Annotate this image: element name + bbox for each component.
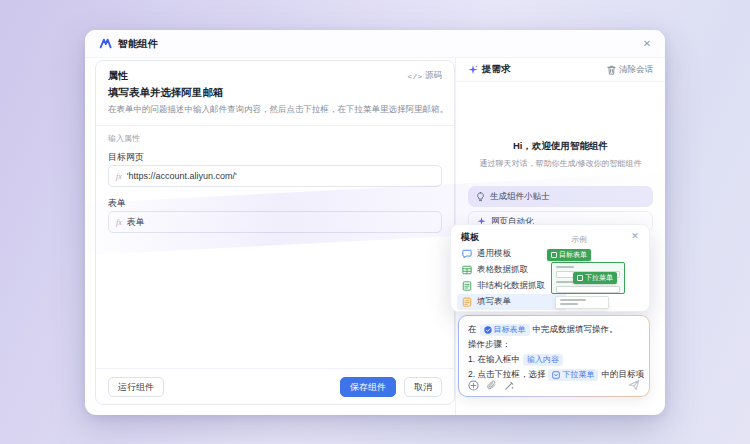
check-circle-icon	[484, 326, 492, 334]
badge-square-icon	[577, 275, 583, 281]
formula-icon: fx	[116, 172, 122, 181]
send-icon[interactable]	[628, 379, 640, 391]
sparkle-icon	[468, 65, 478, 75]
properties-heading: 属性	[108, 69, 128, 83]
tag-label: 目标表单	[494, 324, 526, 336]
table-icon	[462, 265, 472, 275]
target-form-tag[interactable]: 目标表单	[480, 324, 530, 336]
trash-icon	[607, 65, 616, 75]
chat-composer[interactable]: 在 目标表单 中完成数据填写操作。 操作步骤： 1. 在输入框中 输入内	[458, 315, 650, 397]
template-item-label: 表格数据抓取	[477, 264, 528, 276]
chat-composer-inner: 在 目标表单 中完成数据填写操作。 操作步骤： 1. 在输入框中 输入内	[459, 316, 649, 396]
form-icon	[462, 297, 472, 307]
properties-header: 属性 </> 源码	[108, 69, 442, 83]
dropdown-tag-icon	[552, 371, 560, 379]
code-icon: </>	[408, 72, 422, 81]
clear-conversation-button[interactable]: 清除会话	[607, 64, 653, 76]
text: 中完成数据填写操作。	[533, 322, 618, 337]
popup-close-icon[interactable]: ✕	[628, 229, 642, 243]
example-dropdown-preview	[555, 296, 609, 309]
add-circle-icon[interactable]	[468, 380, 479, 391]
attachment-icon[interactable]	[486, 380, 497, 391]
preview-line	[560, 303, 578, 305]
template-item-label: 通用模板	[477, 248, 511, 260]
desktop-background: 智能组件 ✕ 属性 </> 源码 填写表单并选择阿里邮箱 在表单中的问题描述中输…	[0, 0, 750, 444]
template-item-label: 非结构化数据抓取	[477, 280, 545, 292]
composer-line-2: 操作步骤：	[468, 337, 640, 352]
dialog-close-icon[interactable]: ✕	[639, 36, 655, 52]
formula-icon: fx	[116, 218, 122, 227]
chat-panel-header: 提需求 清除会话	[456, 58, 665, 82]
lightbulb-icon	[476, 192, 485, 202]
footer-divider	[96, 368, 454, 369]
target-form-badge: 目标表单	[547, 249, 591, 261]
text: 在	[468, 322, 477, 337]
greeting-text: Hi，欢迎使用智能组件	[456, 140, 665, 153]
target-url-label: 目标网页	[108, 151, 144, 164]
chat-panel-title: 提需求	[482, 63, 511, 76]
example-label: 示例	[571, 234, 587, 245]
template-popup: 模板 ✕ 通用模板 表格数据抓取 非结构化数据抓取	[450, 224, 650, 312]
template-item-fill-form[interactable]: 填写表单	[457, 294, 567, 310]
form-field-label: 表单	[108, 197, 126, 210]
badge-square-icon	[551, 252, 557, 258]
app-logo-icon	[99, 37, 112, 50]
chip-label: 生成组件小贴士	[490, 191, 550, 203]
target-url-input[interactable]	[127, 171, 434, 181]
badge-label: 目标表单	[559, 250, 587, 260]
chat-bubble-icon	[462, 249, 472, 259]
composer-toolbar	[468, 379, 640, 391]
greeting-subtitle: 通过聊天对话，帮助你生成/修改你的智能组件	[456, 158, 665, 169]
template-item-label: 填写表单	[477, 296, 511, 308]
composer-line-1: 在 目标表单 中完成数据填写操作。	[468, 322, 640, 337]
preview-input	[556, 286, 620, 293]
target-url-field[interactable]: fx	[108, 165, 442, 187]
dialog-titlebar: 智能组件 ✕	[85, 30, 665, 58]
text: 1. 在输入框中	[468, 352, 520, 367]
source-code-toggle[interactable]: </> 源码	[408, 70, 442, 82]
dropdown-menu-badge: 下拉菜单	[573, 272, 617, 284]
input-content-tag[interactable]: 输入内容	[523, 354, 563, 366]
dialog-title: 智能组件	[118, 37, 158, 51]
template-popup-title: 模板	[461, 231, 479, 244]
save-component-button[interactable]: 保存组件	[340, 377, 396, 397]
smart-component-dialog: 智能组件 ✕ 属性 </> 源码 填写表单并选择阿里邮箱 在表单中的问题描述中输…	[85, 30, 665, 415]
document-icon	[462, 281, 472, 291]
chip-component-tips[interactable]: 生成组件小贴士	[468, 186, 653, 207]
badge-label: 下拉菜单	[585, 273, 613, 283]
magic-wand-icon[interactable]	[504, 380, 515, 391]
tag-label: 输入内容	[527, 354, 559, 366]
form-field[interactable]: fx	[108, 211, 442, 233]
divider	[96, 125, 454, 126]
preview-line	[556, 266, 574, 268]
cancel-button[interactable]: 取消	[404, 377, 442, 397]
preview-line	[560, 299, 586, 301]
chat-panel-title-wrap: 提需求	[468, 63, 511, 76]
source-code-label: 源码	[425, 70, 442, 82]
composer-line-3: 1. 在输入框中 输入内容	[468, 352, 640, 367]
text: 操作步骤：	[468, 337, 511, 352]
input-section-label: 输入属性	[108, 133, 140, 144]
properties-panel: 属性 </> 源码 填写表单并选择阿里邮箱 在表单中的问题描述中输入邮件查询内容…	[95, 60, 455, 405]
component-title: 填写表单并选择阿里邮箱	[108, 86, 224, 100]
clear-conversation-label: 清除会话	[619, 64, 653, 76]
properties-footer: 运行组件 保存组件 取消	[108, 377, 442, 397]
component-description: 在表单中的问题描述中输入邮件查询内容，然后点击下拉框，在下拉菜单里选择阿里邮箱。	[108, 104, 442, 116]
form-input[interactable]	[127, 217, 434, 227]
run-component-button[interactable]: 运行组件	[108, 377, 164, 397]
